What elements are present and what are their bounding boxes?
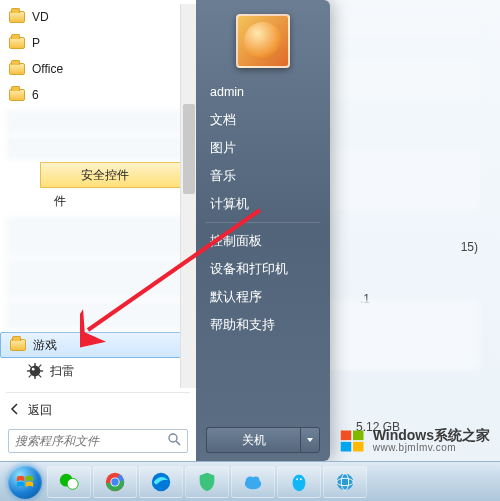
svg-point-29	[300, 478, 302, 480]
documents-link[interactable]: 文档	[196, 106, 330, 134]
back-label: 返回	[28, 402, 52, 419]
divider	[6, 392, 190, 393]
folder-icon	[8, 86, 26, 104]
pictures-link[interactable]: 图片	[196, 134, 330, 162]
cloud-icon	[242, 471, 264, 493]
taskbar-browser[interactable]	[323, 466, 367, 498]
redaction	[320, 150, 480, 210]
programs-panel: VD P Office 6 安全控件 件	[0, 0, 196, 461]
user-avatar[interactable]	[236, 14, 290, 68]
shutdown-options-button[interactable]	[300, 427, 320, 453]
folder-icon	[8, 60, 26, 78]
computer-link[interactable]: 计算机	[196, 190, 330, 218]
redaction	[6, 110, 190, 134]
redaction	[6, 216, 190, 256]
program-label: 游戏	[33, 337, 57, 354]
taskbar-security[interactable]	[185, 466, 229, 498]
music-link[interactable]: 音乐	[196, 162, 330, 190]
devices-printers-link[interactable]: 设备和打印机	[196, 255, 330, 283]
svg-rect-12	[353, 431, 364, 441]
watermark-title: Windows系统之家	[373, 428, 490, 443]
program-label: 件	[54, 193, 66, 210]
svg-rect-13	[340, 442, 351, 452]
program-item[interactable]: 件	[0, 188, 196, 214]
program-folder[interactable]: VD	[0, 4, 196, 30]
svg-rect-14	[353, 442, 364, 452]
windows-logo-icon	[339, 427, 367, 455]
globe-icon	[334, 471, 356, 493]
program-label: 安全控件	[81, 167, 129, 184]
program-folder[interactable]: P	[0, 30, 196, 56]
svg-point-8	[169, 434, 177, 442]
redaction	[6, 136, 190, 160]
wechat-icon	[58, 471, 80, 493]
folder-icon	[9, 336, 27, 354]
help-support-link[interactable]: 帮助和支持	[196, 311, 330, 339]
back-arrow-icon	[8, 402, 22, 419]
control-panel-link[interactable]: 控制面板	[196, 227, 330, 255]
watermark-url: www.bjmlmv.com	[373, 443, 490, 454]
shutdown-row: 关机	[196, 427, 330, 453]
shield-icon	[196, 471, 218, 493]
scrollbar-thumb[interactable]	[183, 104, 195, 194]
scrollbar[interactable]	[180, 4, 196, 388]
taskbar-chrome[interactable]	[93, 466, 137, 498]
program-item-highlight[interactable]: 安全控件	[40, 162, 182, 188]
program-folder[interactable]: Office	[0, 56, 196, 82]
folder-icon	[8, 8, 26, 26]
shutdown-button[interactable]: 关机	[206, 427, 300, 453]
program-label: Office	[32, 62, 63, 76]
program-folder[interactable]: 6	[0, 82, 196, 108]
svg-line-9	[176, 441, 180, 445]
program-item-games-explorer[interactable]: 游戏资源管理器	[0, 384, 196, 388]
qq-icon	[288, 471, 310, 493]
user-name-link[interactable]: admin	[196, 78, 330, 106]
taskbar-wechat[interactable]	[47, 466, 91, 498]
start-button[interactable]	[8, 465, 42, 499]
program-label: 扫雷	[50, 363, 74, 380]
svg-point-5	[32, 368, 35, 371]
program-label: 6	[32, 88, 39, 102]
windows-flag-icon	[15, 472, 35, 492]
redaction	[320, 60, 480, 100]
search-input[interactable]	[15, 434, 163, 448]
edge-icon	[150, 471, 172, 493]
separator	[206, 222, 320, 223]
redaction	[6, 258, 190, 298]
taskbar-edge[interactable]	[139, 466, 183, 498]
program-folder-games[interactable]: 游戏	[0, 332, 196, 358]
svg-point-25	[252, 476, 259, 483]
minesweeper-icon	[26, 362, 44, 380]
svg-rect-11	[340, 431, 351, 441]
search-icon	[167, 432, 181, 450]
start-menu: VD P Office 6 安全控件 件	[0, 0, 330, 461]
search-box[interactable]	[8, 429, 188, 453]
back-button[interactable]: 返回	[0, 397, 196, 423]
taskbar	[0, 461, 500, 501]
redaction	[320, 300, 480, 370]
taskbar-qq[interactable]	[277, 466, 321, 498]
user-panel: admin 文档 图片 音乐 计算机 控制面板 设备和打印机 默认程序 帮助和支…	[196, 0, 330, 461]
svg-point-27	[294, 474, 303, 483]
chrome-icon	[104, 471, 126, 493]
svg-point-16	[67, 478, 78, 489]
programs-list[interactable]: VD P Office 6 安全控件 件	[0, 4, 196, 388]
watermark: Windows系统之家 www.bjmlmv.com	[335, 425, 494, 457]
program-item-minesweeper[interactable]: 扫雷	[0, 358, 196, 384]
redaction	[320, 10, 480, 36]
default-programs-link[interactable]: 默认程序	[196, 283, 330, 311]
bg-text-15: 15)	[461, 240, 478, 254]
avatar-container	[196, 8, 330, 78]
folder-icon	[8, 34, 26, 52]
svg-point-21	[111, 478, 118, 485]
svg-point-28	[296, 478, 298, 480]
svg-point-30	[337, 473, 354, 490]
redaction	[6, 300, 190, 330]
program-label: VD	[32, 10, 49, 24]
program-label: P	[32, 36, 40, 50]
taskbar-cloud[interactable]	[231, 466, 275, 498]
